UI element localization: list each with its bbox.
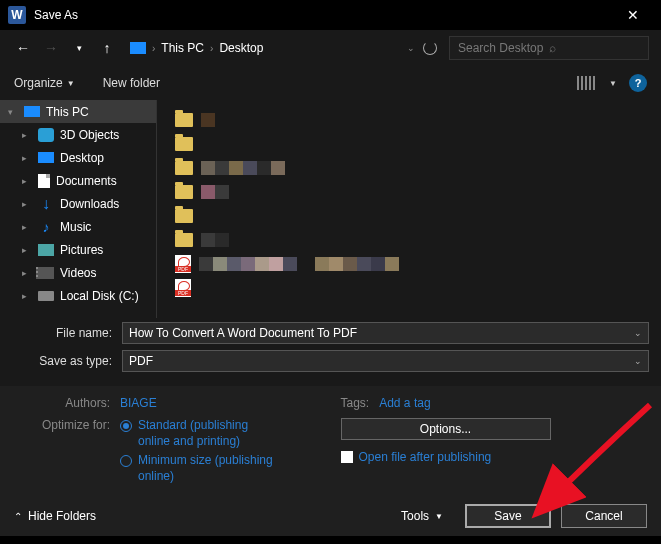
expand-icon[interactable]: ▸ xyxy=(22,176,32,186)
caret-down-icon: ▼ xyxy=(435,512,443,521)
refresh-icon[interactable] xyxy=(423,41,437,55)
form-area: File name: How To Convert A Word Documen… xyxy=(0,318,661,386)
tools-button[interactable]: Tools ▼ xyxy=(401,509,443,523)
footer: ⌃ Hide Folders Tools ▼ Save Cancel xyxy=(0,496,661,536)
expand-icon[interactable]: ▸ xyxy=(22,153,32,163)
document-icon xyxy=(38,174,50,188)
options-button[interactable]: Options... xyxy=(341,418,551,440)
chevron-down-icon[interactable]: ⌄ xyxy=(634,328,642,338)
expand-icon[interactable]: ▸ xyxy=(22,268,32,278)
list-item[interactable] xyxy=(175,108,643,132)
expand-icon[interactable]: ▸ xyxy=(22,291,32,301)
filename-input[interactable]: How To Convert A Word Document To PDF ⌄ xyxy=(122,322,649,344)
search-icon[interactable]: ⌕ xyxy=(549,41,640,55)
music-icon: ♪ xyxy=(38,220,54,234)
expand-icon[interactable]: ▸ xyxy=(22,130,32,140)
optimize-label: Optimize for: xyxy=(12,418,120,432)
open-after-checkbox[interactable] xyxy=(341,451,353,463)
radio-minimum-label: Minimum size (publishing online) xyxy=(138,453,278,484)
download-icon: ↓ xyxy=(38,197,54,211)
videos-icon xyxy=(38,267,54,279)
tags-label: Tags: xyxy=(341,396,380,410)
organize-button[interactable]: Organize ▼ xyxy=(14,76,75,90)
word-app-icon: W xyxy=(8,6,26,24)
breadcrumb-desktop[interactable]: Desktop xyxy=(213,41,269,55)
window-title: Save As xyxy=(34,8,613,22)
chevron-down-icon[interactable]: ⌄ xyxy=(407,43,415,53)
close-button[interactable]: ✕ xyxy=(613,7,653,23)
navigation-tree[interactable]: ▾ This PC ▸ 3D Objects ▸ Desktop ▸ Docum… xyxy=(0,100,157,318)
main-area: ▾ This PC ▸ 3D Objects ▸ Desktop ▸ Docum… xyxy=(0,100,661,318)
pc-icon xyxy=(24,106,40,117)
tree-item-downloads[interactable]: ▸ ↓ Downloads xyxy=(0,192,156,215)
search-input[interactable]: Search Desktop ⌕ xyxy=(449,36,649,60)
list-item[interactable] xyxy=(175,228,643,252)
breadcrumb-thispc[interactable]: This PC xyxy=(155,41,210,55)
list-item[interactable] xyxy=(175,276,643,300)
hide-folders-button[interactable]: ⌃ Hide Folders xyxy=(14,509,96,523)
savetype-select[interactable]: PDF ⌄ xyxy=(122,350,649,372)
disk-icon xyxy=(38,291,54,301)
chevron-up-icon: ⌃ xyxy=(14,511,22,522)
help-icon[interactable]: ? xyxy=(629,74,647,92)
list-item[interactable] xyxy=(175,252,643,276)
chevron-down-icon[interactable]: ⌄ xyxy=(634,356,642,366)
list-item[interactable] xyxy=(175,204,643,228)
authors-label: Authors: xyxy=(12,396,120,410)
folder-icon xyxy=(175,137,193,151)
expand-icon[interactable]: ▸ xyxy=(22,245,32,255)
recent-locations-button[interactable]: ▾ xyxy=(68,37,90,59)
pictures-icon xyxy=(38,244,54,256)
folder-icon xyxy=(175,185,193,199)
tree-item-documents[interactable]: ▸ Documents xyxy=(0,169,156,192)
folder-icon xyxy=(175,161,193,175)
authors-value[interactable]: BIAGE xyxy=(120,396,157,410)
filename-label: File name: xyxy=(12,326,122,340)
tree-item-pictures[interactable]: ▸ Pictures xyxy=(0,238,156,261)
pdf-icon xyxy=(175,255,191,273)
radio-minimum[interactable] xyxy=(120,455,132,467)
desktop-icon xyxy=(38,152,54,163)
tree-item-desktop[interactable]: ▸ Desktop xyxy=(0,146,156,169)
caret-down-icon: ▼ xyxy=(67,79,75,88)
cube-icon xyxy=(38,128,54,142)
nav-bar: ← → ▾ ↑ › This PC › Desktop ⌄ Search Des… xyxy=(0,30,661,66)
open-after-label: Open file after publishing xyxy=(359,450,492,464)
list-item[interactable] xyxy=(175,180,643,204)
list-item[interactable] xyxy=(175,156,643,180)
folder-icon xyxy=(175,113,193,127)
toolbar: Organize ▼ New folder ▼ ? xyxy=(0,66,661,100)
address-bar[interactable]: › This PC › Desktop ⌄ xyxy=(124,36,443,60)
savetype-label: Save as type: xyxy=(12,354,122,368)
save-button[interactable]: Save xyxy=(465,504,551,528)
expand-icon[interactable]: ▸ xyxy=(22,199,32,209)
folder-icon xyxy=(175,233,193,247)
list-item[interactable] xyxy=(175,132,643,156)
tree-item-3dobjects[interactable]: ▸ 3D Objects xyxy=(0,123,156,146)
title-bar: W Save As ✕ xyxy=(0,0,661,30)
radio-standard[interactable] xyxy=(120,420,132,432)
tree-item-thispc[interactable]: ▾ This PC xyxy=(0,100,156,123)
cancel-button[interactable]: Cancel xyxy=(561,504,647,528)
radio-standard-label: Standard (publishing online and printing… xyxy=(138,418,278,449)
back-button[interactable]: ← xyxy=(12,37,34,59)
pdf-icon xyxy=(175,279,191,297)
tags-value[interactable]: Add a tag xyxy=(379,396,430,410)
expand-icon[interactable]: ▸ xyxy=(22,222,32,232)
pc-icon xyxy=(130,42,146,54)
expand-icon[interactable]: ▾ xyxy=(8,107,18,117)
forward-button[interactable]: → xyxy=(40,37,62,59)
tree-item-localdisk[interactable]: ▸ Local Disk (C:) xyxy=(0,284,156,307)
metadata-area: Authors: BIAGE Optimize for: Standard (p… xyxy=(0,386,661,496)
up-button[interactable]: ↑ xyxy=(96,37,118,59)
new-folder-button[interactable]: New folder xyxy=(103,76,160,90)
caret-down-icon[interactable]: ▼ xyxy=(609,79,617,88)
search-placeholder: Search Desktop xyxy=(458,41,549,55)
file-list[interactable] xyxy=(157,100,661,318)
folder-icon xyxy=(175,209,193,223)
tree-item-videos[interactable]: ▸ Videos xyxy=(0,261,156,284)
view-options-button[interactable] xyxy=(577,76,597,90)
tree-item-music[interactable]: ▸ ♪ Music xyxy=(0,215,156,238)
